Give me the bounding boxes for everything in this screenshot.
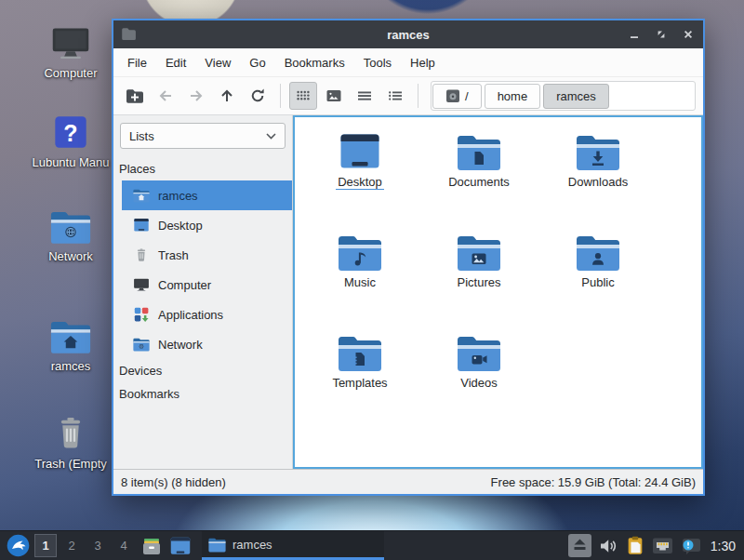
notification-icon (680, 536, 702, 556)
folder-icon (208, 537, 226, 553)
restore-button[interactable] (655, 28, 668, 41)
file-item-downloads[interactable]: Downloads (538, 132, 658, 193)
file-label: Pictures (456, 275, 503, 289)
workspace-2[interactable]: 2 (60, 534, 83, 557)
file-item-templates[interactable]: Templates (300, 333, 419, 394)
computer-icon (133, 277, 150, 292)
compact-view-icon (355, 87, 374, 105)
path-root-button[interactable]: / (432, 84, 482, 109)
sidebar-item-label: ramces (158, 189, 198, 203)
trash-icon (50, 413, 91, 452)
thumbnail-view-button[interactable] (320, 82, 348, 110)
path-current-button[interactable]: ramces (543, 84, 609, 109)
quicklaunch-file-manager[interactable] (139, 533, 164, 558)
file-item-public[interactable]: Public (538, 233, 658, 294)
up-icon (218, 87, 236, 105)
desktop-icon-lubuntu-manual[interactable]: ? Lubuntu Manu (19, 113, 123, 169)
menu-go[interactable]: Go (240, 52, 274, 73)
file-view-pane[interactable]: Desktop Documents Downloads Music (293, 115, 703, 469)
eject-icon (568, 534, 591, 557)
sidebar-item-network[interactable]: Network (122, 329, 292, 359)
sidebar-section-places: Places (113, 157, 292, 180)
task-button-label: ramces (232, 538, 272, 552)
sidebar-section-bookmarks[interactable]: Bookmarks (113, 382, 292, 406)
applications-icon (133, 306, 150, 323)
task-button-ramces[interactable]: ramces (202, 531, 384, 560)
file-item-pictures[interactable]: Pictures (419, 233, 538, 294)
reload-button[interactable] (244, 82, 272, 110)
file-item-music[interactable]: Music (300, 233, 419, 294)
workspace-3[interactable]: 3 (86, 534, 109, 557)
file-label: Downloads (566, 175, 630, 189)
back-button[interactable] (152, 82, 179, 110)
sidebar-item-ramces[interactable]: ramces (122, 180, 292, 210)
clipboard-icon (625, 535, 645, 556)
file-label: Templates (330, 376, 389, 390)
desktop-folder-icon (338, 132, 382, 171)
network-status-button[interactable] (652, 536, 673, 555)
minimize-icon (629, 29, 640, 40)
file-item-desktop[interactable]: Desktop (300, 132, 419, 193)
public-folder-icon (576, 233, 620, 272)
close-button[interactable] (682, 28, 695, 41)
file-item-documents[interactable]: Documents (419, 132, 538, 193)
desktop-icon-ramces[interactable]: ramces (19, 318, 123, 373)
sidebar-section-devices[interactable]: Devices (113, 359, 292, 382)
filesystem-root-icon (445, 88, 460, 103)
desktop-icon-label: Trash (Empty (34, 457, 107, 471)
up-button[interactable] (213, 82, 241, 110)
volume-button[interactable] (598, 536, 618, 556)
sidebar: Lists Places ramces Desktop Trash Comput… (113, 115, 293, 469)
sidebar-item-computer[interactable]: Computer (122, 270, 292, 300)
clock[interactable]: 1:30 (711, 539, 736, 553)
desktop-icon (169, 536, 192, 556)
removable-media-button[interactable] (568, 534, 591, 557)
menu-file[interactable]: File (118, 52, 156, 73)
chevron-down-icon (266, 133, 276, 140)
menubar: File Edit View Go Bookmarks Tools Help (113, 48, 703, 77)
notifications-button[interactable] (680, 536, 702, 556)
workspace-4[interactable]: 4 (113, 534, 135, 557)
file-manager-window: ramces File Edit View Go Bookmarks Tools… (112, 19, 705, 496)
toolbar-separator (280, 84, 281, 108)
menu-tools[interactable]: Tools (354, 52, 401, 73)
desktop-icon-trash[interactable]: Trash (Empty (19, 413, 123, 471)
home-folder-icon (133, 188, 150, 203)
detailed-list-view-icon (386, 87, 405, 105)
menu-bookmarks[interactable]: Bookmarks (275, 52, 354, 73)
desktop-icon-computer[interactable]: Computer (19, 24, 123, 80)
network-folder-icon (133, 337, 150, 352)
minimize-button[interactable] (628, 28, 641, 41)
lubuntu-logo-icon (7, 534, 30, 557)
icon-view-button[interactable] (289, 82, 317, 110)
restore-icon (656, 29, 667, 40)
forward-button[interactable] (182, 82, 210, 110)
sidebar-item-label: Applications (158, 308, 223, 322)
ethernet-icon (652, 536, 673, 555)
desktop-icon-network[interactable]: Network (19, 208, 123, 263)
menu-view[interactable]: View (195, 52, 240, 73)
system-tray: 1:30 (568, 534, 739, 557)
desktop-icon-label: ramces (51, 359, 91, 373)
path-home-button[interactable]: home (485, 84, 541, 109)
sidebar-item-applications[interactable]: Applications (122, 300, 292, 329)
file-label: Videos (458, 376, 499, 390)
toolbar-separator (418, 84, 418, 108)
workspace-1[interactable]: 1 (34, 534, 57, 557)
start-menu-button[interactable] (5, 533, 31, 559)
sidebar-item-trash[interactable]: Trash (122, 240, 292, 270)
compact-view-button[interactable] (351, 82, 379, 110)
path-bar[interactable]: / home ramces (431, 81, 696, 111)
file-item-videos[interactable]: Videos (419, 333, 538, 394)
sidebar-mode-combobox[interactable]: Lists (120, 123, 286, 149)
menu-edit[interactable]: Edit (156, 52, 195, 73)
desktop-icon-label: Lubuntu Manu (32, 155, 109, 169)
titlebar[interactable]: ramces (113, 20, 703, 48)
new-tab-button[interactable] (121, 82, 149, 110)
detailed-list-view-button[interactable] (381, 82, 409, 110)
menu-help[interactable]: Help (401, 52, 445, 73)
clipboard-button[interactable] (625, 535, 645, 556)
quicklaunch-desktop[interactable] (167, 533, 193, 558)
sidebar-item-desktop[interactable]: Desktop (122, 210, 292, 240)
desktop-icon (133, 218, 150, 233)
